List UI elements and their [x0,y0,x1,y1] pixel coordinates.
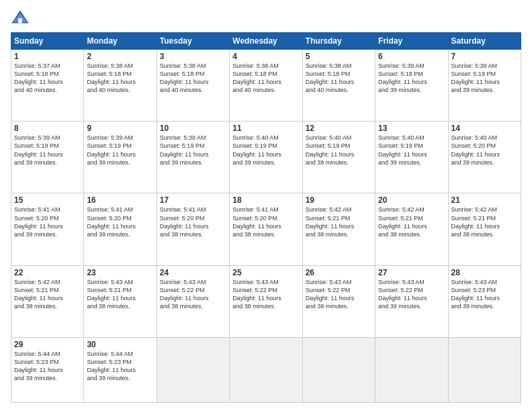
day-cell: 25Sunrise: 5:43 AM Sunset: 5:22 PM Dayli… [230,265,302,337]
col-header-sunday: Sunday [11,33,84,50]
day-info: Sunrise: 5:38 AM Sunset: 5:18 PM Dayligh… [306,62,372,95]
day-cell: 18Sunrise: 5:41 AM Sunset: 5:20 PM Dayli… [230,193,302,265]
day-info: Sunrise: 5:37 AM Sunset: 5:18 PM Dayligh… [14,62,81,95]
day-number: 17 [160,195,226,205]
day-number: 21 [451,195,518,205]
day-number: 24 [160,268,226,277]
day-cell: 11Sunrise: 5:40 AM Sunset: 5:19 PM Dayli… [230,122,302,193]
week-row-2: 8Sunrise: 5:39 AM Sunset: 5:19 PM Daylig… [11,122,521,193]
day-cell: 9Sunrise: 5:39 AM Sunset: 5:19 PM Daylig… [84,122,157,193]
day-info: Sunrise: 5:44 AM Sunset: 5:23 PM Dayligh… [87,350,153,383]
day-cell: 3Sunrise: 5:38 AM Sunset: 5:18 PM Daylig… [157,50,229,122]
day-number: 3 [160,52,226,61]
day-cell: 23Sunrise: 5:43 AM Sunset: 5:21 PM Dayli… [84,265,157,337]
day-info: Sunrise: 5:38 AM Sunset: 5:18 PM Dayligh… [87,62,153,95]
day-cell [375,337,448,402]
day-info: Sunrise: 5:43 AM Sunset: 5:21 PM Dayligh… [87,278,153,311]
day-info: Sunrise: 5:39 AM Sunset: 5:19 PM Dayligh… [14,134,81,167]
day-cell [230,337,302,402]
day-info: Sunrise: 5:43 AM Sunset: 5:22 PM Dayligh… [232,278,299,311]
day-number: 9 [87,124,153,133]
day-number: 30 [87,340,153,349]
day-number: 18 [232,195,299,205]
day-cell: 13Sunrise: 5:40 AM Sunset: 5:19 PM Dayli… [375,122,448,193]
day-cell [157,337,229,402]
day-info: Sunrise: 5:40 AM Sunset: 5:20 PM Dayligh… [451,134,518,167]
day-info: Sunrise: 5:39 AM Sunset: 5:18 PM Dayligh… [378,62,445,95]
page: SundayMondayTuesdayWednesdayThursdayFrid… [0,0,532,411]
day-cell: 28Sunrise: 5:43 AM Sunset: 5:23 PM Dayli… [448,265,521,337]
day-info: Sunrise: 5:40 AM Sunset: 5:19 PM Dayligh… [306,134,372,167]
day-cell: 24Sunrise: 5:43 AM Sunset: 5:22 PM Dayli… [157,265,229,337]
day-cell: 8Sunrise: 5:39 AM Sunset: 5:19 PM Daylig… [11,122,84,193]
calendar-table: SundayMondayTuesdayWednesdayThursdayFrid… [11,32,521,403]
day-number: 27 [378,268,445,277]
day-number: 14 [451,124,518,133]
day-number: 10 [160,124,226,133]
day-cell: 27Sunrise: 5:43 AM Sunset: 5:22 PM Dayli… [375,265,448,337]
day-info: Sunrise: 5:41 AM Sunset: 5:20 PM Dayligh… [14,205,81,238]
svg-rect-2 [18,18,22,23]
day-info: Sunrise: 5:44 AM Sunset: 5:23 PM Dayligh… [14,350,81,383]
day-info: Sunrise: 5:42 AM Sunset: 5:21 PM Dayligh… [378,205,445,238]
header-row: SundayMondayTuesdayWednesdayThursdayFrid… [11,33,521,50]
week-row-1: 1Sunrise: 5:37 AM Sunset: 5:18 PM Daylig… [11,50,521,122]
day-number: 1 [14,52,81,61]
day-cell: 4Sunrise: 5:38 AM Sunset: 5:18 PM Daylig… [230,50,302,122]
day-number: 15 [14,195,81,205]
day-number: 7 [451,52,518,61]
day-number: 23 [87,268,153,277]
day-info: Sunrise: 5:43 AM Sunset: 5:22 PM Dayligh… [306,278,372,311]
day-info: Sunrise: 5:41 AM Sunset: 5:20 PM Dayligh… [232,205,299,238]
day-number: 22 [14,268,81,277]
day-cell: 26Sunrise: 5:43 AM Sunset: 5:22 PM Dayli… [302,265,375,337]
day-cell: 20Sunrise: 5:42 AM Sunset: 5:21 PM Dayli… [375,193,448,265]
day-info: Sunrise: 5:42 AM Sunset: 5:21 PM Dayligh… [451,205,518,238]
week-row-4: 22Sunrise: 5:42 AM Sunset: 5:21 PM Dayli… [11,265,521,337]
day-number: 11 [232,124,299,133]
day-cell: 14Sunrise: 5:40 AM Sunset: 5:20 PM Dayli… [448,122,521,193]
day-cell: 2Sunrise: 5:38 AM Sunset: 5:18 PM Daylig… [84,50,157,122]
day-number: 5 [306,52,372,61]
day-cell [302,337,375,402]
day-info: Sunrise: 5:40 AM Sunset: 5:19 PM Dayligh… [232,134,299,167]
header [11,8,521,27]
day-info: Sunrise: 5:40 AM Sunset: 5:19 PM Dayligh… [378,134,445,167]
col-header-thursday: Thursday [302,33,375,50]
day-number: 8 [14,124,81,133]
day-cell: 19Sunrise: 5:42 AM Sunset: 5:21 PM Dayli… [302,193,375,265]
day-info: Sunrise: 5:41 AM Sunset: 5:20 PM Dayligh… [160,205,226,238]
col-header-tuesday: Tuesday [157,33,229,50]
day-number: 29 [14,340,81,349]
col-header-friday: Friday [375,33,448,50]
week-row-5: 29Sunrise: 5:44 AM Sunset: 5:23 PM Dayli… [11,337,521,402]
day-number: 25 [232,268,299,277]
day-cell: 5Sunrise: 5:38 AM Sunset: 5:18 PM Daylig… [302,50,375,122]
day-info: Sunrise: 5:39 AM Sunset: 5:19 PM Dayligh… [87,134,153,167]
day-number: 12 [306,124,372,133]
day-info: Sunrise: 5:42 AM Sunset: 5:21 PM Dayligh… [14,278,81,311]
col-header-monday: Monday [84,33,157,50]
day-info: Sunrise: 5:43 AM Sunset: 5:22 PM Dayligh… [160,278,226,311]
day-info: Sunrise: 5:43 AM Sunset: 5:22 PM Dayligh… [378,278,445,311]
day-number: 28 [451,268,518,277]
day-number: 20 [378,195,445,205]
day-cell: 7Sunrise: 5:39 AM Sunset: 5:19 PM Daylig… [448,50,521,122]
day-cell: 1Sunrise: 5:37 AM Sunset: 5:18 PM Daylig… [11,50,84,122]
day-cell: 30Sunrise: 5:44 AM Sunset: 5:23 PM Dayli… [84,337,157,402]
day-number: 19 [306,195,372,205]
day-number: 16 [87,195,153,205]
day-cell: 17Sunrise: 5:41 AM Sunset: 5:20 PM Dayli… [157,193,229,265]
day-info: Sunrise: 5:38 AM Sunset: 5:18 PM Dayligh… [232,62,299,95]
day-number: 4 [232,52,299,61]
day-cell: 6Sunrise: 5:39 AM Sunset: 5:18 PM Daylig… [375,50,448,122]
day-number: 26 [306,268,372,277]
day-info: Sunrise: 5:41 AM Sunset: 5:20 PM Dayligh… [87,205,153,238]
day-info: Sunrise: 5:43 AM Sunset: 5:23 PM Dayligh… [451,278,518,311]
logo-icon [11,8,30,27]
day-number: 13 [378,124,445,133]
day-cell: 22Sunrise: 5:42 AM Sunset: 5:21 PM Dayli… [11,265,84,337]
day-cell: 10Sunrise: 5:39 AM Sunset: 5:19 PM Dayli… [157,122,229,193]
day-cell [448,337,521,402]
day-cell: 16Sunrise: 5:41 AM Sunset: 5:20 PM Dayli… [84,193,157,265]
